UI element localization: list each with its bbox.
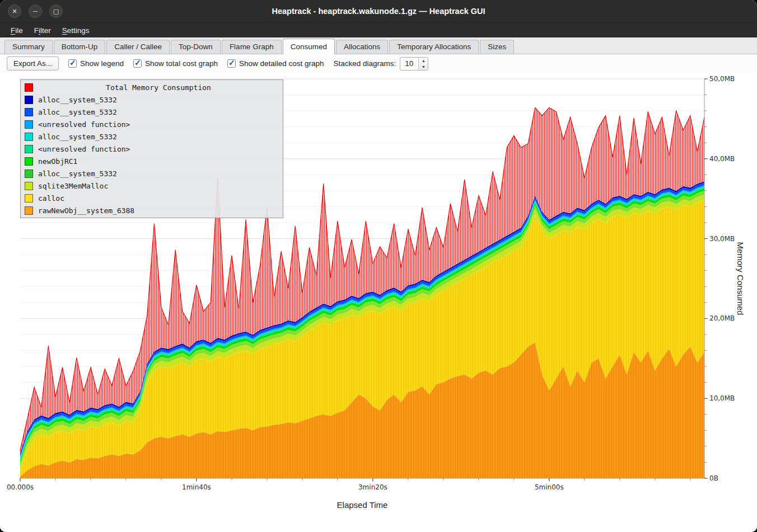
svg-text:3min20s: 3min20s xyxy=(358,483,387,491)
legend-item: newObjRC1 xyxy=(21,155,283,167)
legend-swatch-icon xyxy=(25,145,33,153)
legend-item-label: <unresolved function> xyxy=(38,120,130,129)
tab-summary[interactable]: Summary xyxy=(4,40,53,54)
legend-swatch-icon xyxy=(25,83,33,92)
y-axis-title: Memory Consumed xyxy=(736,242,745,316)
svg-text:50,0MB: 50,0MB xyxy=(709,75,735,83)
spinbox-value[interactable]: 10 xyxy=(400,58,418,70)
stacked-diagrams-spinbox[interactable]: 10 ▲ ▼ xyxy=(400,57,428,70)
show-total-cost-graph-checkbox[interactable]: Show total cost graph xyxy=(133,59,218,68)
legend-item-label: alloc__system_5332 xyxy=(38,96,117,104)
maximize-button[interactable]: ▢ xyxy=(49,4,63,18)
tab-caller-callee[interactable]: Caller / Callee xyxy=(106,40,170,54)
legend-swatch-icon xyxy=(25,96,33,104)
legend-swatch-icon xyxy=(25,170,33,178)
legend-item-label: calloc xyxy=(38,194,64,203)
legend-swatch-icon xyxy=(25,206,33,215)
tab-allocations[interactable]: Allocations xyxy=(336,40,388,54)
menu-filter[interactable]: Filter xyxy=(29,25,56,36)
close-icon: ✕ xyxy=(12,8,17,15)
spinbox-down-arrow[interactable]: ▼ xyxy=(419,64,428,70)
legend-item: alloc__system_5332 xyxy=(21,106,283,118)
checkbox-icon xyxy=(68,59,77,68)
tab-top-down[interactable]: Top-Down xyxy=(171,40,221,54)
checkbox-label: Show detailed cost graph xyxy=(239,59,324,68)
legend-item-label: sqlite3MemMalloc xyxy=(38,182,108,190)
titlebar[interactable]: ✕ ─ ▢ Heaptrack - heaptrack.wakunode.1.g… xyxy=(0,0,757,22)
show-detailed-cost-graph-checkbox[interactable]: Show detailed cost graph xyxy=(227,59,324,68)
x-axis-title: Elapsed Time xyxy=(20,500,704,510)
svg-text:0B: 0B xyxy=(709,474,718,482)
legend-item-label: alloc__system_5332 xyxy=(38,108,117,116)
svg-text:30,0MB: 30,0MB xyxy=(709,235,735,243)
tab-flame-graph[interactable]: Flame Graph xyxy=(222,40,282,54)
toolbar: Export As... Show legend Show total cost… xyxy=(0,54,757,73)
heaptrack-window: ✕ ─ ▢ Heaptrack - heaptrack.wakunode.1.g… xyxy=(0,0,757,532)
legend-item-label: alloc__system_5332 xyxy=(38,133,117,141)
tab-consumed[interactable]: Consumed xyxy=(283,39,335,54)
legend-item: alloc__system_5332 xyxy=(21,130,283,143)
checkbox-label: Show legend xyxy=(80,59,124,68)
svg-text:1min40s: 1min40s xyxy=(182,483,211,491)
svg-text:20,0MB: 20,0MB xyxy=(709,314,735,322)
checkbox-label: Show total cost graph xyxy=(145,59,218,68)
legend-swatch-icon xyxy=(25,157,33,166)
tab-bar: Summary Bottom-Up Caller / Callee Top-Do… xyxy=(0,37,757,54)
menu-file[interactable]: File xyxy=(6,25,28,36)
legend-title: Total Memory Consumption xyxy=(38,83,279,92)
svg-text:00.000s: 00.000s xyxy=(7,483,34,491)
menubar: File Filter Settings xyxy=(0,22,757,37)
legend-item-label: newObjRC1 xyxy=(38,157,77,166)
legend-item-label: alloc__system_5332 xyxy=(38,170,117,178)
window-title: Heaptrack - heaptrack.wakunode.1.gz — He… xyxy=(0,7,757,16)
maximize-icon: ▢ xyxy=(53,8,59,15)
svg-text:10,0MB: 10,0MB xyxy=(709,394,735,402)
minimize-icon: ─ xyxy=(33,8,38,15)
legend-title-row: Total Memory Consumption xyxy=(21,81,283,93)
close-button[interactable]: ✕ xyxy=(8,4,21,18)
minimize-button[interactable]: ─ xyxy=(29,4,42,18)
checkbox-icon xyxy=(133,59,142,68)
legend-item: <unresolved function> xyxy=(21,143,283,155)
legend-item-label: rawNewObj__system_6388 xyxy=(38,206,134,215)
legend-item: sqlite3MemMalloc xyxy=(21,180,283,192)
window-controls: ✕ ─ ▢ xyxy=(8,0,63,22)
legend-swatch-icon xyxy=(25,194,33,203)
legend-swatch-icon xyxy=(25,133,33,141)
stacked-diagrams-label: Stacked diagrams: xyxy=(334,59,396,68)
show-legend-checkbox[interactable]: Show legend xyxy=(68,59,124,68)
menu-settings[interactable]: Settings xyxy=(57,25,95,36)
legend-swatch-icon xyxy=(25,182,33,190)
spinbox-up-arrow[interactable]: ▲ xyxy=(419,58,428,64)
legend-item: rawNewObj__system_6388 xyxy=(21,204,283,216)
tab-bottom-up[interactable]: Bottom-Up xyxy=(54,40,106,54)
svg-text:40,0MB: 40,0MB xyxy=(709,155,735,163)
legend-item-label: <unresolved function> xyxy=(38,145,130,153)
svg-text:5min00s: 5min00s xyxy=(535,483,564,491)
tab-sizes[interactable]: Sizes xyxy=(480,40,514,54)
legend-swatch-icon xyxy=(25,120,33,129)
legend-item: alloc__system_5332 xyxy=(21,93,283,106)
export-as-button[interactable]: Export As... xyxy=(7,57,59,70)
legend-item: calloc xyxy=(21,192,283,204)
legend-swatch-icon xyxy=(25,108,33,116)
chart-legend: Total Memory Consumptionalloc__system_53… xyxy=(20,79,283,218)
checkbox-icon xyxy=(227,59,236,68)
tab-temporary-allocations[interactable]: Temporary Allocations xyxy=(389,40,479,54)
legend-item: alloc__system_5332 xyxy=(21,167,283,180)
chart-area: 00.000s1min40s3min20s5min00s0B10,0MB20,0… xyxy=(0,73,757,532)
legend-item: <unresolved function> xyxy=(21,118,283,130)
